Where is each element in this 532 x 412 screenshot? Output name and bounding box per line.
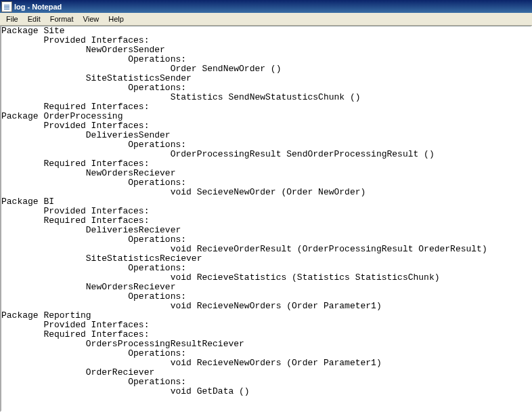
text-area[interactable]: Package Site Provided Interfaces: NewOrd… <box>0 26 532 412</box>
document-text[interactable]: Package Site Provided Interfaces: NewOrd… <box>1 26 531 396</box>
menu-bar: File Edit Format View Help <box>0 13 532 26</box>
title-bar: log - Notepad <box>0 0 532 13</box>
menu-help[interactable]: Help <box>104 14 129 24</box>
menu-file[interactable]: File <box>1 14 23 24</box>
menu-format[interactable]: Format <box>45 14 79 24</box>
notepad-icon <box>1 1 12 12</box>
menu-edit[interactable]: Edit <box>23 14 45 24</box>
menu-view[interactable]: View <box>79 14 104 24</box>
window-title: log - Notepad <box>14 3 62 11</box>
